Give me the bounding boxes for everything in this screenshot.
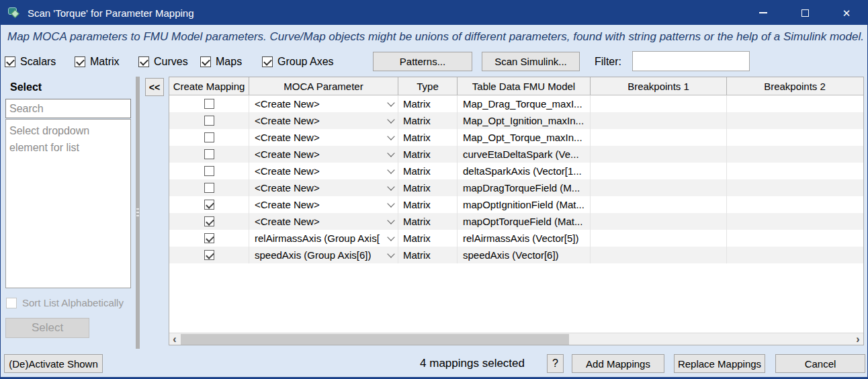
maximize-button[interactable] [784,1,826,25]
column-header-type[interactable]: Type [398,77,458,95]
filter-input[interactable] [632,51,750,71]
row-mapping-checkbox[interactable] [204,183,214,193]
create-mapping-cell [169,179,249,196]
row-mapping-checkbox[interactable] [204,99,214,109]
create-mapping-cell [169,163,249,179]
table-body: <Create New>MatrixMap_Drag_Torque_maxI..… [169,95,863,263]
create-mapping-cell [169,146,249,163]
help-button[interactable]: ? [547,354,564,373]
row-mapping-checkbox[interactable] [204,200,214,210]
window-controls: ✕ [742,1,867,25]
row-mapping-checkbox[interactable] [204,116,214,126]
checkbox-icon [138,56,149,67]
filter-checkbox-maps[interactable]: Maps [200,49,242,75]
column-header-create-mapping[interactable]: Create Mapping [169,77,249,95]
column-header-table-data-fmu-model[interactable]: Table Data FMU Model [458,77,591,95]
breakpoints1-cell [591,95,727,112]
deactivate-shown-button[interactable]: (De)Activate Shown [4,354,103,373]
moca-parameter-dropdown[interactable]: <Create New> [249,146,398,163]
filter-checkbox-curves[interactable]: Curves [138,49,188,75]
moca-parameter-dropdown[interactable]: <Create New> [249,213,398,230]
add-mappings-button[interactable]: Add Mappings [572,354,664,373]
moca-parameter-value: <Create New> [255,132,387,143]
collapse-panel-button[interactable]: << [145,78,164,96]
cancel-button[interactable]: Cancel [775,354,865,373]
fmu-model-cell: speedAxis (Vector[6]) [458,247,591,263]
type-cell: Matrix [398,230,458,247]
column-header-breakpoints-2[interactable]: Breakpoints 2 [727,77,863,95]
breakpoints1-cell [591,112,727,129]
breakpoints2-cell [727,129,863,146]
moca-parameter-dropdown[interactable]: <Create New> [249,163,398,179]
breakpoints2-cell [727,230,863,247]
breakpoints2-cell [727,179,863,196]
moca-parameter-dropdown[interactable]: speedAxis (Group Axis[6]) [249,247,398,263]
chevron-down-icon [387,149,394,157]
filter-checkbox-label: Scalars [20,56,56,68]
row-mapping-checkbox[interactable] [204,233,214,243]
breakpoints1-cell [591,146,727,163]
create-mapping-cell [169,247,249,263]
chevron-down-icon [387,200,394,207]
moca-parameter-dropdown[interactable]: <Create New> [249,179,398,196]
scroll-left-icon[interactable]: ‹ [169,333,180,345]
patterns-button[interactable]: Patterns... [373,52,472,71]
column-header-moca-parameter[interactable]: MOCA Parameter [249,77,398,95]
filter-checkbox-scalars[interactable]: Scalars [5,49,56,75]
fmu-model-cell: deltaSparkAxis (Vector[1... [458,163,591,179]
table-row: <Create New>MatrixmapOptIgnitionField (M… [169,196,863,213]
minimize-button[interactable] [742,1,784,25]
moca-parameter-dropdown[interactable]: <Create New> [249,95,398,112]
select-button[interactable]: Select [5,318,89,338]
breakpoints2-cell [727,112,863,129]
horizontal-scrollbar[interactable]: ‹ › [169,333,863,345]
type-cell: Matrix [398,95,458,112]
sort-alphabetically-checkbox[interactable] [6,298,17,308]
select-listbox[interactable]: Select dropdown element for list [5,119,131,288]
scroll-right-icon[interactable]: › [853,333,863,345]
type-filter-checkboxes: ScalarsMatrixCurvesMapsGroup Axes [1,49,377,75]
close-button[interactable]: ✕ [826,1,867,25]
toolbar: ScalarsMatrixCurvesMapsGroup Axes Patter… [1,49,867,75]
moca-parameter-dropdown[interactable]: <Create New> [249,129,398,146]
moca-parameter-dropdown[interactable]: <Create New> [249,196,398,213]
chevron-down-icon [387,216,394,224]
search-input[interactable] [5,99,131,118]
fmu-model-cell: Map_Opt_Torque_maxIn... [458,129,591,146]
type-cell: Matrix [398,163,458,179]
fmu-model-cell: mapDragTorqueField (M... [458,179,591,196]
replace-mappings-button[interactable]: Replace Mappings [674,354,765,373]
breakpoints2-cell [727,247,863,263]
breakpoints2-cell [727,163,863,179]
table-row: <Create New>MatrixmapOptTorqueField (Mat… [169,213,863,230]
filter-checkbox-label: Maps [216,56,242,68]
type-cell: Matrix [398,196,458,213]
row-mapping-checkbox[interactable] [204,216,214,226]
chevron-down-icon [387,166,394,173]
breakpoints1-cell [591,163,727,179]
table-row: <Create New>MatrixcurveEtaDeltaSpark (Ve… [169,146,863,163]
row-mapping-checkbox[interactable] [204,166,214,176]
panel-splitter[interactable] [136,77,140,349]
dialog-window: Scan 'Torque' for Parameter Mapping ✕ Ma… [0,0,868,379]
column-header-breakpoints-1[interactable]: Breakpoints 1 [591,77,727,95]
chevron-down-icon [387,183,394,190]
row-mapping-checkbox[interactable] [204,149,214,159]
filter-checkbox-matrix[interactable]: Matrix [75,49,120,75]
description-text: Map MOCA parameters to FMU Model paramet… [1,25,867,49]
filter-checkbox-group-axes[interactable]: Group Axes [262,49,334,75]
moca-parameter-dropdown[interactable]: <Create New> [249,112,398,129]
filter-checkbox-label: Curves [154,56,188,68]
fmu-model-cell: mapOptIgnitionField (Mat... [458,196,591,213]
mapping-table: Create MappingMOCA ParameterTypeTable Da… [169,77,864,345]
row-mapping-checkbox[interactable] [204,250,214,260]
chevron-down-icon [387,99,394,106]
chevron-down-icon [387,116,394,123]
breakpoints1-cell [591,129,727,146]
scrollbar-thumb[interactable] [181,334,569,345]
breakpoints2-cell [727,213,863,230]
table-row: <Create New>MatrixdeltaSparkAxis (Vector… [169,163,863,179]
moca-parameter-dropdown[interactable]: relAirmassAxis (Group Axis[ [249,230,398,247]
row-mapping-checkbox[interactable] [204,132,214,142]
scan-simulink-button[interactable]: Scan Simulink... [482,52,580,71]
